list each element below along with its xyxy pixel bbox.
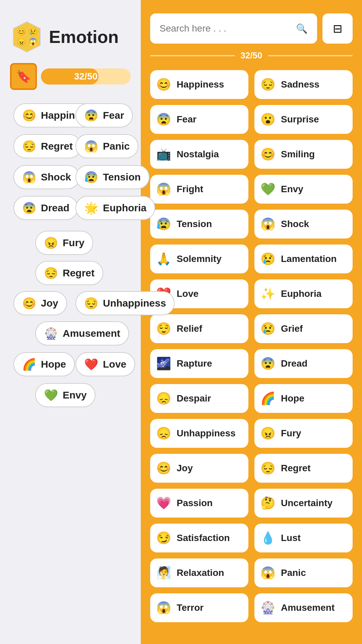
grid-chip-label: Hope	[281, 393, 304, 404]
grid-chip[interactable]: 😌Relief	[150, 314, 248, 343]
grid-chip-label: Joy	[177, 463, 193, 474]
search-icon: 🔍	[296, 23, 308, 34]
chip-label: Euphoria	[103, 202, 146, 214]
grid-chip-label: Rapture	[177, 358, 212, 369]
grid-chip[interactable]: 😊Happiness	[150, 70, 248, 99]
left-chip[interactable]: 😱Shock	[13, 165, 80, 189]
chip-emoji: 🎡	[44, 327, 58, 340]
grid-chip[interactable]: 😱Shock	[254, 210, 353, 238]
grid-chip[interactable]: 🧖Relaxation	[150, 558, 248, 587]
left-chip[interactable]: ❤️Love	[75, 352, 135, 376]
chip-emoji: 😔	[44, 266, 58, 280]
grid-chip[interactable]: 🌌Rapture	[150, 349, 248, 378]
chip-label: Regret	[41, 141, 73, 152]
chip-emoji: ❤️	[84, 358, 98, 371]
grid-chip[interactable]: 😢Grief	[254, 314, 353, 343]
grid-chip[interactable]: 💧Lust	[254, 524, 353, 552]
grid-chip-emoji: 😊	[156, 77, 171, 92]
grid-chip-label: Happiness	[177, 79, 224, 90]
left-chip[interactable]: 😊Joy	[13, 291, 67, 315]
grid-chip-emoji: 😏	[156, 531, 171, 545]
left-chip[interactable]: 🌟Euphoria	[75, 196, 155, 220]
grid-chip[interactable]: 💚Envy	[254, 175, 353, 204]
grid-chip[interactable]: 😨Fear	[150, 105, 248, 134]
grid-chip[interactable]: 🌈Hope	[254, 384, 353, 413]
chips-area: 😊Happiness😨Fear😔Regret😱Panic😱Shock😰Tensi…	[10, 103, 131, 606]
grid-chip-emoji: 😞	[156, 391, 171, 406]
right-progress-row: 32/50	[150, 50, 353, 61]
left-chip[interactable]: 🎡Amusement	[35, 321, 129, 345]
left-chip[interactable]: 😨Fear	[75, 103, 133, 127]
grid-chip-label: Grief	[281, 323, 303, 334]
chip-label: Envy	[63, 389, 87, 401]
grid-chip[interactable]: 😔Regret	[254, 454, 353, 483]
grid-chip-emoji: 📺	[156, 147, 171, 161]
grid-chip[interactable]: 😊Smiling	[254, 140, 353, 169]
grid-chip[interactable]: 💗Passion	[150, 489, 248, 518]
grid-chip-label: Fear	[177, 114, 196, 125]
emotions-grid: 😊Happiness😔Sadness😨Fear😮Surprise📺Nostalg…	[150, 70, 353, 622]
chip-label: Unhappiness	[103, 298, 166, 309]
progress-text: 32/50	[74, 71, 98, 82]
grid-chip-emoji: 😊	[260, 147, 276, 161]
search-box[interactable]: 🔍	[150, 13, 317, 44]
grid-chip-emoji: 😨	[156, 112, 171, 126]
grid-chip-label: Regret	[281, 463, 311, 474]
app-logo: 😊 😢 😠 😱	[10, 20, 44, 54]
chip-label: Panic	[103, 141, 130, 152]
left-chip[interactable]: 😔Regret	[35, 261, 103, 285]
grid-chip[interactable]: 😮Surprise	[254, 105, 353, 134]
grid-chip-label: Unhappiness	[177, 428, 236, 439]
grid-chip-label: Despair	[177, 393, 211, 404]
app-header: 😊 😢 😠 😱 Emotion	[10, 20, 131, 54]
grid-chip-emoji: 😠	[260, 426, 276, 440]
chip-emoji: 😱	[84, 140, 98, 153]
grid-chip[interactable]: 😞Despair	[150, 384, 248, 413]
progress-line-left	[150, 55, 235, 56]
left-chip[interactable]: 😱Panic	[75, 134, 138, 158]
grid-chip[interactable]: 😏Satisfaction	[150, 524, 248, 552]
left-chip[interactable]: 😨Dread	[13, 196, 78, 220]
grid-chip[interactable]: 😱Panic	[254, 558, 353, 587]
search-input[interactable]	[160, 23, 291, 34]
chip-emoji: 😨	[22, 201, 36, 215]
grid-chip[interactable]: 😞Unhappiness	[150, 419, 248, 448]
left-chip[interactable]: 😔Unhappiness	[75, 291, 175, 315]
grid-chip[interactable]: 😊Joy	[150, 454, 248, 483]
left-chip[interactable]: 💚Envy	[35, 383, 96, 407]
grid-chip-emoji: 😱	[260, 566, 276, 580]
grid-chip[interactable]: 😠Fury	[254, 419, 353, 448]
left-chip[interactable]: 😰Tension	[75, 165, 149, 189]
grid-chip-emoji: 😌	[156, 322, 171, 336]
chip-label: Fear	[103, 110, 124, 121]
score-icon: 🔖	[10, 63, 37, 90]
chip-emoji: 😊	[22, 297, 36, 310]
grid-chip-emoji: 😰	[156, 217, 171, 231]
grid-chip-label: Love	[177, 288, 198, 299]
search-row: 🔍 ⊟	[150, 13, 353, 44]
left-chip[interactable]: 😔Regret	[13, 134, 81, 158]
grid-chip-emoji: 😔	[260, 77, 276, 92]
chip-label: Dread	[41, 202, 69, 214]
grid-chip[interactable]: 🤔Uncertainty	[254, 489, 353, 518]
progress-line-right	[268, 55, 353, 56]
grid-chip[interactable]: 🎡Amusement	[254, 593, 353, 622]
left-panel: 😊 😢 😠 😱 Emotion 🔖 32/50 😊Happiness😨Fear😔…	[0, 0, 141, 644]
grid-chip[interactable]: 😱Fright	[150, 175, 248, 204]
chip-label: Shock	[41, 171, 71, 183]
left-chip[interactable]: 😠Fury	[35, 231, 93, 255]
grid-chip[interactable]: ✨Euphoria	[254, 279, 353, 308]
grid-chip[interactable]: 😰Tension	[150, 210, 248, 238]
grid-chip-emoji: 💗	[156, 496, 171, 510]
grid-chip-emoji: 😊	[156, 461, 171, 475]
grid-chip[interactable]: 🙏Solemnity	[150, 245, 248, 273]
grid-chip[interactable]: 😨Dread	[254, 349, 353, 378]
grid-chip[interactable]: 😢Lamentation	[254, 245, 353, 273]
grid-chip-label: Shock	[281, 219, 309, 229]
filter-button[interactable]: ⊟	[322, 13, 353, 44]
right-panel[interactable]: 🔍 ⊟ 32/50 😊Happiness😔Sadness😨Fear😮Surpri…	[141, 0, 362, 644]
grid-chip[interactable]: 😱Terror	[150, 593, 248, 622]
grid-chip[interactable]: 😔Sadness	[254, 70, 353, 99]
grid-chip[interactable]: 📺Nostalgia	[150, 140, 248, 169]
left-chip[interactable]: 🌈Hope	[13, 352, 75, 376]
